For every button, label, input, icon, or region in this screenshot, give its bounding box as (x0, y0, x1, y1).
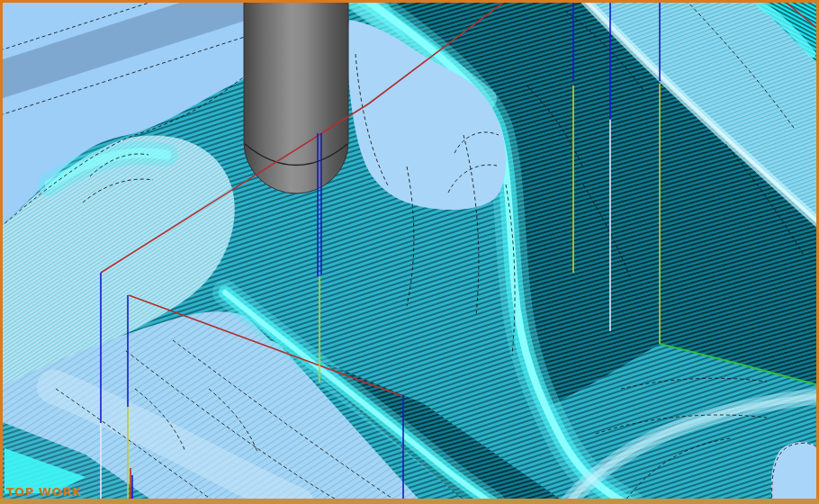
cam-3d-viewport[interactable]: TOP WORK (0, 0, 819, 504)
cutter-tool (244, 0, 348, 194)
viewport-border-bottom (0, 499, 819, 504)
view-orientation-label: TOP WORK (6, 485, 82, 499)
cam-viewport-window: TOP WORK (0, 0, 819, 504)
tool-body (244, 0, 348, 194)
